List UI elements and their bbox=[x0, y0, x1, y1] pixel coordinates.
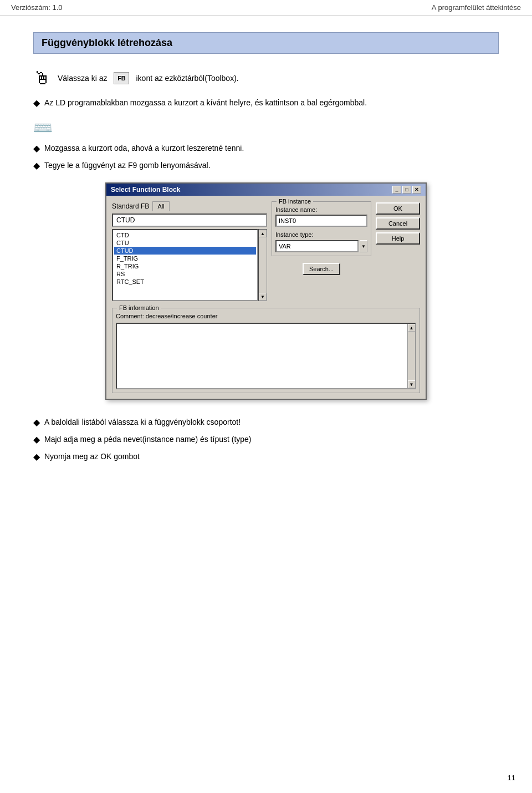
footer-diamond-3: ◆ bbox=[33, 451, 40, 462]
dialog-title: Select Function Block bbox=[111, 186, 180, 194]
standard-fb-label: Standard FB bbox=[112, 202, 149, 210]
fb-list-scroll[interactable]: CTDCTUCTUDF_TRIGR_TRIGRSRTC_SET bbox=[112, 229, 258, 301]
fb-list-container: CTDCTUCTUDF_TRIGR_TRIGRSRTC_SET ▲ ▼ bbox=[112, 229, 267, 301]
intro-text: Válassza ki az bbox=[58, 74, 107, 83]
fb-info-textarea-inner bbox=[117, 324, 407, 388]
textarea-scroll-down[interactable]: ▼ bbox=[408, 380, 416, 388]
footer-diamond-1: ◆ bbox=[33, 417, 40, 428]
bullet-diamond-2: ◆ bbox=[33, 143, 40, 154]
bullet-text-2: Mozgassa a kurzort oda, ahová a kurzort … bbox=[44, 143, 244, 154]
fb-info-comment: Comment: decrease/increase counter bbox=[116, 313, 416, 319]
instance-type-row: ▼ bbox=[275, 240, 367, 252]
bullet-text-1: Az LD programablakban mozgassa a kurzort… bbox=[44, 97, 367, 109]
fb-info-group-legend: FB information bbox=[117, 304, 161, 311]
footer-text-2: Majd adja meg a péda nevet(instance name… bbox=[44, 434, 252, 445]
section-title: Függvényblokk létrehozása bbox=[33, 32, 499, 54]
fb-icon-box: FB bbox=[114, 72, 129, 84]
search-button[interactable]: Search... bbox=[303, 263, 340, 275]
footer-bullet-2: ◆ Majd adja meg a péda nevet(instance na… bbox=[33, 434, 499, 445]
textarea-scroll-up[interactable]: ▲ bbox=[408, 324, 416, 332]
list-item[interactable]: R_TRIG bbox=[114, 262, 256, 270]
keyboard-icon: ⌨️ bbox=[33, 119, 53, 136]
fb-instance-group: FB instance Instance name: Instance type… bbox=[272, 201, 371, 256]
minimize-button[interactable]: _ bbox=[392, 186, 401, 194]
keyboard-icon-area: ⌨️ bbox=[33, 119, 499, 137]
version-label: Verziószám: 1.0 bbox=[11, 3, 63, 12]
instance-type-input[interactable] bbox=[275, 240, 359, 252]
list-item[interactable]: RS bbox=[114, 270, 256, 278]
bullet-diamond-3: ◆ bbox=[33, 160, 40, 171]
fb-scrollbar[interactable]: ▲ ▼ bbox=[258, 229, 267, 301]
instance-name-label: Instance name: bbox=[275, 206, 367, 213]
footer-bullet-1: ◆ A baloldali listából válassza ki a füg… bbox=[33, 416, 499, 428]
instance-type-label: Instance type: bbox=[275, 231, 367, 238]
help-button[interactable]: Help bbox=[376, 232, 420, 245]
fb-list-panel: Standard FB All CTUD CTDCTUCTUDF_TRIGR_T… bbox=[112, 201, 267, 301]
maximize-button[interactable]: □ bbox=[402, 186, 411, 194]
fb-info-textarea: ▲ ▼ bbox=[116, 323, 416, 389]
footer-text-1: A baloldali listából válassza ki a függv… bbox=[44, 416, 241, 428]
page-header: Verziószám: 1.0 A programfelület áttekin… bbox=[0, 0, 532, 16]
chapter-label: A programfelület áttekintése bbox=[432, 3, 521, 12]
fb-info-scrollbar[interactable]: ▲ ▼ bbox=[407, 324, 415, 388]
instance-type-dropdown[interactable]: ▼ bbox=[360, 240, 367, 252]
scroll-down-button[interactable]: ▼ bbox=[259, 293, 267, 301]
dialog-body: Standard FB All CTUD CTDCTUCTUDF_TRIGR_T… bbox=[106, 196, 426, 399]
page-content: Függvényblokk létrehozása 🖱 Válassza ki … bbox=[0, 16, 532, 490]
titlebar-buttons: _ □ ✕ bbox=[392, 186, 421, 194]
cancel-button[interactable]: Cancel bbox=[376, 217, 420, 230]
bullet-diamond-1: ◆ bbox=[33, 98, 40, 108]
dialog-top-row: Standard FB All CTUD CTDCTUCTUDF_TRIGR_T… bbox=[112, 201, 420, 301]
list-item[interactable]: F_TRIG bbox=[114, 255, 256, 262]
list-item[interactable]: CTUD bbox=[114, 247, 256, 255]
list-item[interactable]: CTU bbox=[114, 239, 256, 247]
footer-text-3: Nyomja meg az OK gombot bbox=[44, 451, 140, 462]
search-btn-area: Search... bbox=[272, 263, 371, 275]
scroll-up-button[interactable]: ▲ bbox=[259, 230, 267, 237]
fb-instance-group-legend: FB instance bbox=[277, 198, 313, 205]
bullet-item-1: ◆ Az LD programablakban mozgassa a kurzo… bbox=[33, 97, 499, 109]
fb-instance-panel: FB instance Instance name: Instance type… bbox=[272, 201, 371, 301]
dialog-wrapper: Select Function Block _ □ ✕ Standard FB … bbox=[33, 182, 499, 400]
dialog-action-buttons: OK Cancel Help bbox=[376, 201, 420, 301]
bullet-text-3: Tegye le a függvényt az F9 gomb lenyomás… bbox=[44, 160, 211, 171]
bullet-item-2: ◆ Mozgassa a kurzort oda, ahová a kurzor… bbox=[33, 143, 499, 154]
intro-text2: ikont az ezköztárból(Toolbox). bbox=[136, 74, 238, 83]
bullet-item-3: ◆ Tegye le a függvényt az F9 gomb lenyom… bbox=[33, 160, 499, 171]
dialog-titlebar: Select Function Block _ □ ✕ bbox=[106, 184, 426, 196]
fb-list-header: Standard FB All bbox=[112, 201, 267, 211]
instance-name-input[interactable] bbox=[275, 215, 367, 227]
footer-bullet-3: ◆ Nyomja meg az OK gombot bbox=[33, 451, 499, 462]
list-item[interactable]: RTC_SET bbox=[114, 278, 256, 286]
toolbox-instruction: 🖱 Válassza ki az FB ikont az ezköztárból… bbox=[33, 69, 499, 87]
fb-info-panel: FB information Comment: decrease/increas… bbox=[112, 308, 420, 393]
page-number: 11 bbox=[508, 774, 515, 782]
fb-selected-display: CTUD bbox=[112, 214, 267, 227]
mouse-icon: 🖱 bbox=[33, 69, 51, 87]
footer-diamond-2: ◆ bbox=[33, 434, 40, 445]
all-tab[interactable]: All bbox=[152, 201, 169, 211]
list-item[interactable]: CTD bbox=[114, 231, 256, 239]
close-button[interactable]: ✕ bbox=[412, 186, 421, 194]
ok-button[interactable]: OK bbox=[376, 202, 420, 215]
select-function-block-dialog: Select Function Block _ □ ✕ Standard FB … bbox=[105, 182, 427, 400]
